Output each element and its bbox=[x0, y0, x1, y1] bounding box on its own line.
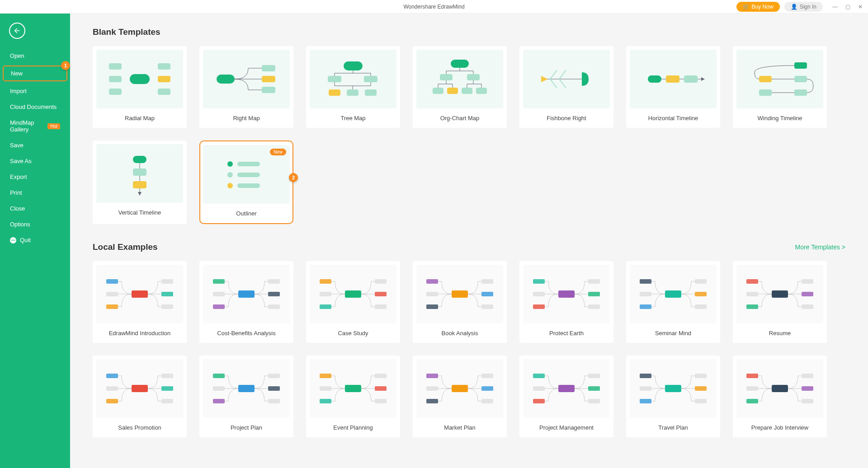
svg-rect-79 bbox=[481, 399, 493, 403]
example-card[interactable]: Case Study bbox=[306, 261, 400, 343]
example-card[interactable]: Resume bbox=[733, 261, 827, 343]
sidebar-item-close[interactable]: Close bbox=[0, 201, 70, 216]
svg-rect-77 bbox=[481, 374, 493, 378]
example-card[interactable]: Book Analysis bbox=[413, 261, 507, 343]
template-label: Fishbone Right bbox=[547, 115, 586, 122]
example-label: Resume bbox=[769, 330, 791, 337]
svg-rect-53 bbox=[106, 374, 118, 378]
sidebar: Open New 1 Import Cloud Documents MindMa… bbox=[0, 14, 70, 468]
template-right-map[interactable]: Right Map bbox=[199, 46, 293, 128]
sign-in-button[interactable]: 👤 Sign In bbox=[784, 2, 823, 12]
minimize-button[interactable]: — bbox=[832, 4, 838, 10]
back-button[interactable] bbox=[9, 23, 25, 39]
svg-rect-62 bbox=[213, 399, 225, 403]
close-button[interactable]: ✕ bbox=[857, 4, 863, 10]
sidebar-item-options[interactable]: Options bbox=[0, 216, 70, 232]
svg-rect-3 bbox=[132, 290, 148, 298]
sidebar-item-label: MindMap Gallery bbox=[10, 119, 44, 133]
example-card[interactable]: Project Plan bbox=[199, 356, 293, 437]
svg-rect-83 bbox=[533, 399, 545, 403]
svg-rect-88 bbox=[640, 374, 651, 378]
svg-rect-11 bbox=[213, 279, 225, 284]
titlebar: Wondershare EdrawMind 🛒 Buy Now 👤 Sign I… bbox=[0, 0, 868, 14]
svg-rect-7 bbox=[161, 279, 173, 284]
svg-rect-89 bbox=[640, 386, 651, 391]
svg-rect-85 bbox=[588, 386, 600, 391]
svg-rect-84 bbox=[588, 374, 600, 378]
sidebar-item-save-as[interactable]: Save As bbox=[0, 153, 70, 169]
example-label: Seminar Mind bbox=[655, 330, 691, 337]
sidebar-item-save[interactable]: Save bbox=[0, 137, 70, 153]
example-card[interactable]: Protect Earth bbox=[519, 261, 613, 343]
sidebar-item-import[interactable]: Import bbox=[0, 83, 70, 99]
example-card[interactable]: Project Management bbox=[519, 356, 613, 437]
annotation-2: 2 bbox=[289, 173, 298, 182]
example-thumb bbox=[523, 265, 610, 323]
svg-rect-43 bbox=[695, 292, 707, 296]
svg-rect-92 bbox=[695, 386, 707, 391]
sidebar-item-print[interactable]: Print bbox=[0, 185, 70, 201]
app-title: Wondershare EdrawMind bbox=[403, 4, 464, 10]
svg-rect-31 bbox=[558, 290, 575, 298]
sidebar-item-label: Close bbox=[10, 205, 25, 212]
svg-rect-70 bbox=[375, 374, 387, 378]
svg-rect-76 bbox=[426, 399, 438, 403]
svg-rect-66 bbox=[345, 385, 361, 392]
svg-rect-23 bbox=[375, 304, 387, 309]
example-label: Case Study bbox=[338, 330, 368, 337]
example-card[interactable]: Event Planning bbox=[306, 356, 400, 437]
template-thumb bbox=[96, 144, 183, 203]
svg-rect-45 bbox=[772, 290, 788, 298]
example-card[interactable]: Cost-Benefits Analysis bbox=[199, 261, 293, 343]
template-radial-map[interactable]: Radial Map bbox=[93, 46, 187, 128]
annotation-1: 1 bbox=[61, 61, 70, 70]
example-label: Market Plan bbox=[444, 424, 475, 431]
template-tree-map[interactable]: Tree Map bbox=[306, 46, 400, 128]
template-fishbone-right[interactable]: Fishbone Right bbox=[519, 46, 613, 128]
sidebar-item-open[interactable]: Open bbox=[0, 48, 70, 64]
template-org-chart-map[interactable]: Org-Chart Map bbox=[413, 46, 507, 128]
svg-rect-5 bbox=[106, 292, 118, 296]
sidebar-item-label: Import bbox=[10, 88, 27, 94]
maximize-button[interactable]: ▢ bbox=[844, 4, 851, 10]
template-thumb: New bbox=[203, 145, 290, 204]
more-templates-link[interactable]: More Templates > bbox=[795, 243, 845, 251]
sidebar-item-cloud-documents[interactable]: Cloud Documents bbox=[0, 99, 70, 115]
template-label: Tree Map bbox=[340, 115, 365, 122]
sidebar-item-label: Export bbox=[10, 173, 27, 180]
example-card[interactable]: Travel Plan bbox=[626, 356, 720, 437]
svg-rect-49 bbox=[802, 279, 813, 284]
example-thumb bbox=[736, 359, 823, 418]
local-examples-grid: EdrawMind IntroductionCost-Benefits Anal… bbox=[93, 261, 845, 437]
template-label: Horizontal Timeline bbox=[648, 115, 698, 122]
svg-rect-37 bbox=[588, 304, 600, 309]
svg-rect-46 bbox=[746, 279, 758, 284]
template-winding-timeline[interactable]: Winding Timeline bbox=[733, 46, 827, 128]
svg-rect-47 bbox=[746, 292, 758, 296]
local-examples-header: Local Examples More Templates > bbox=[93, 242, 845, 252]
svg-rect-87 bbox=[665, 385, 681, 392]
sidebar-item-mindmap-gallery[interactable]: MindMap Gallery Hot bbox=[0, 115, 70, 137]
svg-rect-61 bbox=[213, 386, 225, 391]
buy-now-button[interactable]: 🛒 Buy Now bbox=[736, 2, 780, 12]
svg-rect-80 bbox=[558, 385, 575, 392]
svg-rect-65 bbox=[268, 399, 280, 403]
svg-rect-4 bbox=[106, 279, 118, 284]
example-card[interactable]: Prepare Job Interview bbox=[733, 356, 827, 437]
template-outliner[interactable]: New Outliner 2 bbox=[199, 140, 293, 224]
svg-rect-50 bbox=[802, 292, 813, 296]
svg-rect-17 bbox=[345, 290, 361, 298]
template-vertical-timeline[interactable]: Vertical Timeline bbox=[93, 140, 187, 224]
sidebar-item-export[interactable]: Export bbox=[0, 169, 70, 185]
svg-rect-56 bbox=[161, 374, 173, 378]
sidebar-item-new[interactable]: New 1 bbox=[3, 66, 67, 81]
template-horizontal-timeline[interactable]: Horizontal Timeline bbox=[626, 46, 720, 128]
example-card[interactable]: EdrawMind Introduction bbox=[93, 261, 187, 343]
sidebar-item-quit[interactable]: — Quit bbox=[0, 232, 70, 248]
example-card[interactable]: Sales Promotion bbox=[93, 356, 187, 437]
example-card[interactable]: Seminar Mind bbox=[626, 261, 720, 343]
example-thumb bbox=[523, 359, 610, 418]
example-card[interactable]: Market Plan bbox=[413, 356, 507, 437]
svg-rect-91 bbox=[695, 374, 707, 378]
svg-marker-0 bbox=[541, 76, 548, 82]
